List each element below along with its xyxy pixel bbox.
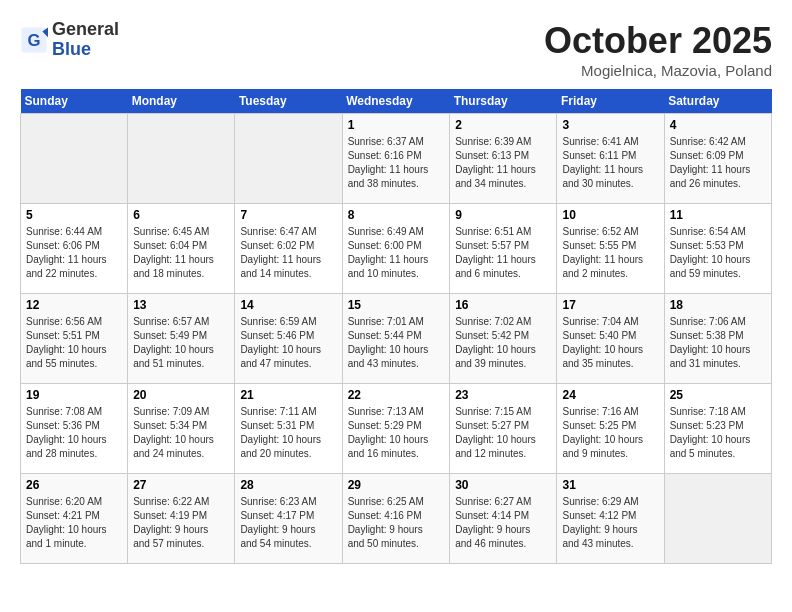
- calendar-body: 1Sunrise: 6:37 AM Sunset: 6:16 PM Daylig…: [21, 114, 772, 564]
- day-number: 3: [562, 118, 658, 132]
- calendar-cell: 18Sunrise: 7:06 AM Sunset: 5:38 PM Dayli…: [664, 294, 771, 384]
- weekday-header-friday: Friday: [557, 89, 664, 114]
- logo: G General Blue: [20, 20, 119, 60]
- page-header: G General Blue October 2025 Mogielnica, …: [20, 20, 772, 79]
- calendar-week-5: 26Sunrise: 6:20 AM Sunset: 4:21 PM Dayli…: [21, 474, 772, 564]
- day-number: 31: [562, 478, 658, 492]
- day-number: 5: [26, 208, 122, 222]
- calendar-cell: 19Sunrise: 7:08 AM Sunset: 5:36 PM Dayli…: [21, 384, 128, 474]
- calendar-week-4: 19Sunrise: 7:08 AM Sunset: 5:36 PM Dayli…: [21, 384, 772, 474]
- calendar-week-2: 5Sunrise: 6:44 AM Sunset: 6:06 PM Daylig…: [21, 204, 772, 294]
- calendar-cell: 6Sunrise: 6:45 AM Sunset: 6:04 PM Daylig…: [128, 204, 235, 294]
- day-number: 8: [348, 208, 445, 222]
- day-number: 14: [240, 298, 336, 312]
- day-number: 10: [562, 208, 658, 222]
- calendar-cell: 1Sunrise: 6:37 AM Sunset: 6:16 PM Daylig…: [342, 114, 450, 204]
- day-info: Sunrise: 6:56 AM Sunset: 5:51 PM Dayligh…: [26, 315, 122, 371]
- day-info: Sunrise: 7:18 AM Sunset: 5:23 PM Dayligh…: [670, 405, 766, 461]
- calendar-cell: 13Sunrise: 6:57 AM Sunset: 5:49 PM Dayli…: [128, 294, 235, 384]
- calendar-cell: 16Sunrise: 7:02 AM Sunset: 5:42 PM Dayli…: [450, 294, 557, 384]
- day-number: 6: [133, 208, 229, 222]
- calendar-cell: 8Sunrise: 6:49 AM Sunset: 6:00 PM Daylig…: [342, 204, 450, 294]
- calendar-cell: 28Sunrise: 6:23 AM Sunset: 4:17 PM Dayli…: [235, 474, 342, 564]
- calendar-table: SundayMondayTuesdayWednesdayThursdayFrid…: [20, 89, 772, 564]
- calendar-cell: [128, 114, 235, 204]
- calendar-cell: 10Sunrise: 6:52 AM Sunset: 5:55 PM Dayli…: [557, 204, 664, 294]
- day-info: Sunrise: 7:01 AM Sunset: 5:44 PM Dayligh…: [348, 315, 445, 371]
- day-info: Sunrise: 6:42 AM Sunset: 6:09 PM Dayligh…: [670, 135, 766, 191]
- calendar-cell: 9Sunrise: 6:51 AM Sunset: 5:57 PM Daylig…: [450, 204, 557, 294]
- calendar-cell: 14Sunrise: 6:59 AM Sunset: 5:46 PM Dayli…: [235, 294, 342, 384]
- day-number: 1: [348, 118, 445, 132]
- day-number: 4: [670, 118, 766, 132]
- day-info: Sunrise: 6:20 AM Sunset: 4:21 PM Dayligh…: [26, 495, 122, 551]
- day-info: Sunrise: 7:06 AM Sunset: 5:38 PM Dayligh…: [670, 315, 766, 371]
- day-info: Sunrise: 7:15 AM Sunset: 5:27 PM Dayligh…: [455, 405, 551, 461]
- weekday-header-wednesday: Wednesday: [342, 89, 450, 114]
- day-number: 25: [670, 388, 766, 402]
- calendar-cell: 17Sunrise: 7:04 AM Sunset: 5:40 PM Dayli…: [557, 294, 664, 384]
- weekday-header-thursday: Thursday: [450, 89, 557, 114]
- day-info: Sunrise: 6:47 AM Sunset: 6:02 PM Dayligh…: [240, 225, 336, 281]
- calendar-cell: 26Sunrise: 6:20 AM Sunset: 4:21 PM Dayli…: [21, 474, 128, 564]
- day-number: 12: [26, 298, 122, 312]
- day-info: Sunrise: 6:44 AM Sunset: 6:06 PM Dayligh…: [26, 225, 122, 281]
- day-info: Sunrise: 7:04 AM Sunset: 5:40 PM Dayligh…: [562, 315, 658, 371]
- calendar-week-1: 1Sunrise: 6:37 AM Sunset: 6:16 PM Daylig…: [21, 114, 772, 204]
- calendar-title: October 2025: [544, 20, 772, 62]
- logo-blue: Blue: [52, 39, 91, 59]
- day-info: Sunrise: 6:25 AM Sunset: 4:16 PM Dayligh…: [348, 495, 445, 551]
- calendar-cell: 3Sunrise: 6:41 AM Sunset: 6:11 PM Daylig…: [557, 114, 664, 204]
- day-number: 22: [348, 388, 445, 402]
- day-info: Sunrise: 7:13 AM Sunset: 5:29 PM Dayligh…: [348, 405, 445, 461]
- day-number: 13: [133, 298, 229, 312]
- day-number: 7: [240, 208, 336, 222]
- day-number: 18: [670, 298, 766, 312]
- logo-general: General: [52, 19, 119, 39]
- calendar-subtitle: Mogielnica, Mazovia, Poland: [544, 62, 772, 79]
- calendar-cell: [664, 474, 771, 564]
- day-number: 15: [348, 298, 445, 312]
- logo-icon: G: [20, 26, 48, 54]
- svg-text:G: G: [27, 30, 40, 49]
- day-number: 17: [562, 298, 658, 312]
- day-info: Sunrise: 6:39 AM Sunset: 6:13 PM Dayligh…: [455, 135, 551, 191]
- day-info: Sunrise: 7:16 AM Sunset: 5:25 PM Dayligh…: [562, 405, 658, 461]
- day-info: Sunrise: 7:09 AM Sunset: 5:34 PM Dayligh…: [133, 405, 229, 461]
- calendar-cell: 2Sunrise: 6:39 AM Sunset: 6:13 PM Daylig…: [450, 114, 557, 204]
- calendar-cell: [21, 114, 128, 204]
- calendar-cell: 22Sunrise: 7:13 AM Sunset: 5:29 PM Dayli…: [342, 384, 450, 474]
- day-info: Sunrise: 7:02 AM Sunset: 5:42 PM Dayligh…: [455, 315, 551, 371]
- day-number: 24: [562, 388, 658, 402]
- calendar-cell: 25Sunrise: 7:18 AM Sunset: 5:23 PM Dayli…: [664, 384, 771, 474]
- day-info: Sunrise: 6:22 AM Sunset: 4:19 PM Dayligh…: [133, 495, 229, 551]
- day-info: Sunrise: 6:51 AM Sunset: 5:57 PM Dayligh…: [455, 225, 551, 281]
- day-number: 11: [670, 208, 766, 222]
- calendar-cell: 5Sunrise: 6:44 AM Sunset: 6:06 PM Daylig…: [21, 204, 128, 294]
- weekday-header-tuesday: Tuesday: [235, 89, 342, 114]
- title-block: October 2025 Mogielnica, Mazovia, Poland: [544, 20, 772, 79]
- calendar-cell: 23Sunrise: 7:15 AM Sunset: 5:27 PM Dayli…: [450, 384, 557, 474]
- calendar-cell: 4Sunrise: 6:42 AM Sunset: 6:09 PM Daylig…: [664, 114, 771, 204]
- calendar-header: SundayMondayTuesdayWednesdayThursdayFrid…: [21, 89, 772, 114]
- day-number: 27: [133, 478, 229, 492]
- day-number: 16: [455, 298, 551, 312]
- calendar-cell: [235, 114, 342, 204]
- weekday-header-sunday: Sunday: [21, 89, 128, 114]
- calendar-cell: 24Sunrise: 7:16 AM Sunset: 5:25 PM Dayli…: [557, 384, 664, 474]
- day-number: 30: [455, 478, 551, 492]
- day-number: 20: [133, 388, 229, 402]
- calendar-cell: 31Sunrise: 6:29 AM Sunset: 4:12 PM Dayli…: [557, 474, 664, 564]
- day-number: 9: [455, 208, 551, 222]
- calendar-cell: 21Sunrise: 7:11 AM Sunset: 5:31 PM Dayli…: [235, 384, 342, 474]
- logo-text: General Blue: [52, 20, 119, 60]
- calendar-cell: 27Sunrise: 6:22 AM Sunset: 4:19 PM Dayli…: [128, 474, 235, 564]
- day-number: 29: [348, 478, 445, 492]
- day-info: Sunrise: 6:45 AM Sunset: 6:04 PM Dayligh…: [133, 225, 229, 281]
- day-info: Sunrise: 6:52 AM Sunset: 5:55 PM Dayligh…: [562, 225, 658, 281]
- calendar-cell: 29Sunrise: 6:25 AM Sunset: 4:16 PM Dayli…: [342, 474, 450, 564]
- day-info: Sunrise: 6:29 AM Sunset: 4:12 PM Dayligh…: [562, 495, 658, 551]
- day-info: Sunrise: 6:59 AM Sunset: 5:46 PM Dayligh…: [240, 315, 336, 371]
- day-number: 26: [26, 478, 122, 492]
- day-info: Sunrise: 6:37 AM Sunset: 6:16 PM Dayligh…: [348, 135, 445, 191]
